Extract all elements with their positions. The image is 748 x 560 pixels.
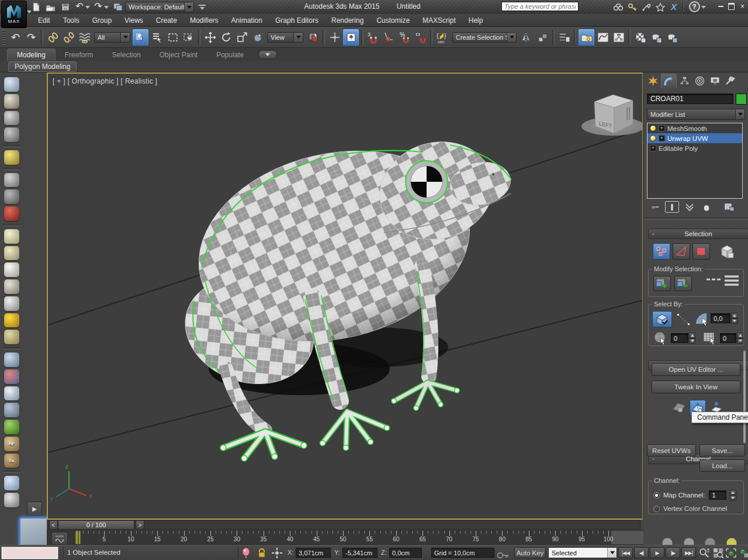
ribbon-tab-modeling[interactable]: Modeling [7,49,56,61]
angle-threshold-field[interactable]: 0,0 [711,313,730,323]
go-to-start-button[interactable]: |◀◀ [618,547,633,558]
ribbon-tab-populate[interactable]: Populate [207,49,253,61]
vertex-subobject-button[interactable] [653,243,670,260]
select-and-move-button[interactable] [202,29,218,46]
map-channel-input[interactable] [709,490,726,500]
modifier-enable-bulb-icon[interactable] [650,135,656,141]
daylight-sun-icon[interactable] [4,313,19,328]
edit-named-selection-sets-button[interactable]: {}ABC [434,29,450,46]
modifier-stack-item-meshsmooth[interactable]: +MeshSmooth [647,123,742,133]
toolbar-expand-button[interactable]: ▶ [27,502,42,516]
ffd-icon[interactable] [4,386,19,401]
undo-button[interactable]: ↶ [74,1,85,12]
select-element-icon[interactable] [718,243,736,260]
object-color-swatch[interactable] [736,94,747,105]
manipulate-cross-icon[interactable] [327,29,342,46]
dome-primitive-icon[interactable] [4,246,19,261]
smoothing-group-field[interactable]: 0 [671,333,688,343]
blobmesh-icon[interactable] [4,369,19,384]
y-coordinate-field[interactable]: -5,341cm [342,548,378,558]
expand-plus-icon[interactable]: + [659,135,665,141]
menu-item-views[interactable]: Views [118,15,150,26]
schematic-view-button[interactable] [611,29,626,46]
peel-icon[interactable] [725,537,737,545]
track-bar[interactable]: 5101520253035404550556065707580859095100 [47,531,643,545]
render-presets-icon[interactable] [4,127,19,142]
help-search-input[interactable] [501,2,579,11]
render-setup-button[interactable] [648,29,664,46]
teapot-primitive-icon[interactable] [4,279,19,294]
modifier-list-dropdown[interactable]: Modifier List [647,109,745,120]
frog-model[interactable] [171,125,514,461]
configure-modifier-sets-button[interactable] [723,202,736,212]
ribbon-tab-selection[interactable]: Selection [102,49,150,61]
help-button[interactable]: ? [688,1,700,12]
command-panel-scrollbar[interactable] [743,351,746,443]
project-workspace-icon[interactable] [112,2,124,12]
menu-item-rendering[interactable]: Rendering [325,15,370,26]
expand-plus-icon[interactable]: + [659,125,665,132]
rock-icon[interactable] [4,403,19,417]
application-menu-button[interactable]: MAX [1,1,27,28]
save-uvws-button[interactable]: Save... [699,444,745,457]
maximize-viewport-toggle[interactable] [737,547,748,559]
map-channel-spinner[interactable] [730,490,736,500]
align-button[interactable] [535,29,550,46]
tweak-in-view-button[interactable]: Tweak In View [652,381,740,393]
ribbon-tab-object-paint[interactable]: Object Paint [150,49,207,61]
workspace-options-icon[interactable] [199,5,206,11]
graphite-ribbon-toggle-button[interactable] [578,29,595,46]
ring-selection-icon[interactable] [706,277,721,282]
bind-to-space-warp-icon[interactable] [77,29,92,46]
tab-utilities[interactable] [723,74,737,88]
menu-item-edit[interactable]: Edit [32,15,57,26]
disc-primitive-icon[interactable] [4,262,19,277]
video-camera-icon[interactable] [4,206,19,221]
object-name-field[interactable]: CROAR01 [647,94,733,104]
render-setup-dialog-icon[interactable] [4,111,19,126]
restore-button[interactable] [727,2,736,10]
menu-item-group[interactable]: Group [86,15,118,26]
polygon-modeling-panel-button[interactable]: Polygon Modeling [8,61,77,72]
menu-item-animation[interactable]: Animation [225,15,269,26]
grass-icon[interactable] [4,420,19,434]
favorites-star-icon[interactable] [654,2,666,12]
rectangular-selection-region-button[interactable] [165,29,181,46]
peel-icon[interactable] [683,537,695,545]
next-frame-button[interactable]: |▶ [666,547,680,558]
polygon-subobject-button[interactable] [692,243,710,260]
grow-selection-button[interactable] [653,276,671,291]
modifier-stack-item-unwrap-uvw[interactable]: +Unwrap UVW [647,133,742,143]
open-uv-editor-button[interactable]: Open UV Editor ... [652,363,740,376]
selection-filter-dropdown[interactable]: All [94,32,130,43]
scatter-icon[interactable] [4,352,19,367]
selection-lock-toggle[interactable] [257,548,266,558]
zoom-all-button[interactable] [712,547,725,559]
previous-frame-arrow[interactable]: < [49,520,58,530]
loop-selection-icon[interactable] [723,274,740,289]
select-and-scale-button[interactable] [234,29,250,46]
workspace-dropdown[interactable]: Workspace: Default [125,2,194,12]
tab-hierarchy[interactable] [677,74,692,88]
perspective-viewport[interactable]: LEFT z x y [ + ] [ Orthographic ] [ Real… [47,72,643,520]
hair-fur-icon[interactable]: HF [4,437,19,451]
selection-rollout-header[interactable]: -Selection [648,229,748,239]
peel-icon[interactable] [661,537,673,545]
percent-snap-toggle-button[interactable]: % [397,29,413,46]
tab-modify[interactable] [661,74,677,88]
uv-stamp-icon[interactable] [671,400,687,415]
new-scene-button[interactable] [30,2,42,12]
preview-camera-icon[interactable] [4,173,19,188]
license-key-icon[interactable] [626,2,638,12]
ribbon-config-dropdown[interactable] [258,50,277,59]
go-to-end-button[interactable]: ▶▶| [681,547,696,558]
zoom-mode-button[interactable] [698,547,711,559]
angle-snap-toggle-button[interactable] [381,29,397,46]
auto-key-button[interactable]: Auto Key [514,547,546,558]
render-production-button[interactable] [664,29,680,46]
help-dropdown-arrow[interactable] [701,6,706,9]
shrink-selection-button[interactable] [674,276,692,291]
undo-dropdown-arrow[interactable] [85,6,90,9]
select-by-material-id-icon[interactable] [702,331,718,346]
menu-item-create[interactable]: Create [150,15,183,26]
